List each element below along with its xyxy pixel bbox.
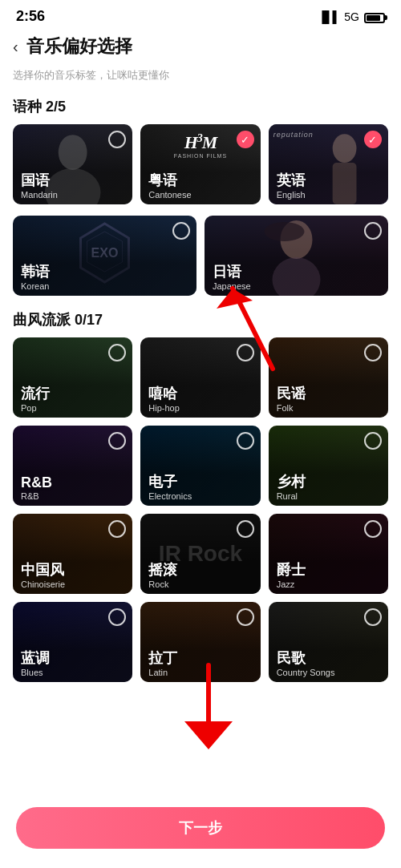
svg-rect-3 <box>332 163 356 204</box>
folk-check <box>364 344 382 361</box>
next-button[interactable]: 下一步 <box>16 807 385 849</box>
elec-en: Electronics <box>148 491 192 501</box>
korean-check <box>172 222 190 240</box>
language-card-cantonese[interactable]: H3M FASHION FILMS ✓ 粤语 Cantonese <box>140 124 260 204</box>
rural-check <box>364 432 382 450</box>
english-en: English <box>277 190 306 200</box>
back-button[interactable]: ‹ <box>13 38 18 56</box>
genre-card-blues[interactable]: 蓝调 Blues <box>13 602 132 682</box>
network-label: 5G <box>344 10 359 23</box>
rnb-zh: R&B <box>21 474 52 491</box>
pop-zh: 流行 <box>21 384 50 403</box>
hm-logo: H3M <box>184 132 217 153</box>
hm-sub: FASHION FILMS <box>174 153 227 159</box>
genre-card-pop[interactable]: 流行 Pop <box>13 337 132 418</box>
japanese-en: Japanese <box>213 281 251 291</box>
chinoiserie-en: Chinoiserie <box>21 579 65 589</box>
signal-icon: ▐▌▌ <box>318 10 340 23</box>
elec-check <box>237 432 254 450</box>
cantonese-en: Cantonese <box>148 190 191 200</box>
genre-card-latin[interactable]: 拉丁 Latin <box>140 602 260 682</box>
blues-zh: 蓝调 <box>21 648 50 668</box>
svg-point-2 <box>332 134 356 163</box>
genre-grid: 流行 Pop 嘻哈 Hip-hop 民谣 Folk R&B R&B 电子 <box>0 337 401 685</box>
blues-en: Blues <box>21 668 43 677</box>
genre-card-rock[interactable]: IR Rock 摇滚 Rock <box>140 514 260 594</box>
hiphop-zh: 嘻哈 <box>148 384 177 403</box>
hiphop-check <box>237 344 254 361</box>
language-section-heading: 语种 2/5 <box>0 94 401 124</box>
korean-en: Korean <box>21 281 49 291</box>
english-check: ✓ <box>364 131 382 148</box>
elec-zh: 电子 <box>148 472 177 491</box>
status-bar: 2:56 ▐▌▌ 5G <box>0 0 401 30</box>
genre-card-country[interactable]: 民歌 Country Songs <box>269 602 388 682</box>
language-card-korean[interactable]: EXO 韩语 Korean <box>13 216 196 296</box>
page-title: 音乐偏好选择 <box>26 34 132 59</box>
language-card-japanese[interactable]: 日语 Japanese <box>205 216 388 296</box>
genre-card-hiphop[interactable]: 嘻哈 Hip-hop <box>140 337 260 418</box>
korean-zh: 韩语 <box>21 262 50 281</box>
rural-en: Rural <box>277 491 298 501</box>
cantonese-check: ✓ <box>237 131 254 148</box>
folk-en: Folk <box>277 403 294 413</box>
rural-zh: 乡村 <box>277 472 306 491</box>
language-grid-row2: EXO 韩语 Korean 日语 Japanese <box>0 216 401 299</box>
genre-card-rnb[interactable]: R&B R&B <box>13 426 132 506</box>
bottom-bar: 下一步 <box>0 799 401 868</box>
jazz-zh: 爵士 <box>277 560 306 579</box>
latin-en: Latin <box>148 668 168 677</box>
mandarin-en: Mandarin <box>21 190 58 200</box>
cantonese-zh: 粤语 <box>148 171 177 190</box>
jazz-check <box>364 520 382 538</box>
jazz-en: Jazz <box>277 579 295 589</box>
status-right-icons: ▐▌▌ 5G <box>318 10 385 24</box>
language-card-mandarin[interactable]: 国语 Mandarin <box>13 124 132 204</box>
rock-check <box>237 520 254 538</box>
genre-card-jazz[interactable]: 爵士 Jazz <box>269 514 388 594</box>
genre-card-folk[interactable]: 民谣 Folk <box>269 337 388 418</box>
japanese-zh: 日语 <box>213 262 241 281</box>
pop-en: Pop <box>21 403 37 413</box>
latin-check <box>237 608 254 626</box>
mandarin-zh: 国语 <box>21 171 50 190</box>
genre-card-electronics[interactable]: 电子 Electronics <box>140 426 260 506</box>
svg-point-8 <box>273 257 321 296</box>
japanese-check <box>364 222 382 240</box>
battery-icon <box>364 10 385 24</box>
hiphop-en: Hip-hop <box>148 403 180 413</box>
folk-zh: 民谣 <box>277 384 306 403</box>
svg-point-9 <box>265 222 305 241</box>
rnb-en: R&B <box>21 491 39 501</box>
country-en: Country Songs <box>277 668 335 677</box>
svg-point-0 <box>59 135 87 170</box>
rock-zh: 摇滚 <box>148 560 177 579</box>
country-check <box>364 608 382 626</box>
genre-section-heading: 曲风流派 0/17 <box>0 307 401 337</box>
language-grid-row1: 国语 Mandarin H3M FASHION FILMS ✓ 粤语 Canto… <box>0 124 401 208</box>
genre-card-rural[interactable]: 乡村 Rural <box>269 426 388 506</box>
header: ‹ 音乐偏好选择 <box>0 30 401 67</box>
latin-zh: 拉丁 <box>148 648 177 668</box>
language-card-english[interactable]: reputation ✓ 英语 English <box>269 124 388 204</box>
subtitle: 选择你的音乐标签，让咪咕更懂你 <box>0 67 401 94</box>
chinoiserie-zh: 中国风 <box>21 560 64 579</box>
genre-card-chinoiserie[interactable]: 中国风 Chinoiserie <box>13 514 132 594</box>
english-zh: 英语 <box>277 171 306 190</box>
country-zh: 民歌 <box>277 648 306 668</box>
rock-en: Rock <box>148 579 168 589</box>
status-time: 2:56 <box>16 8 45 25</box>
